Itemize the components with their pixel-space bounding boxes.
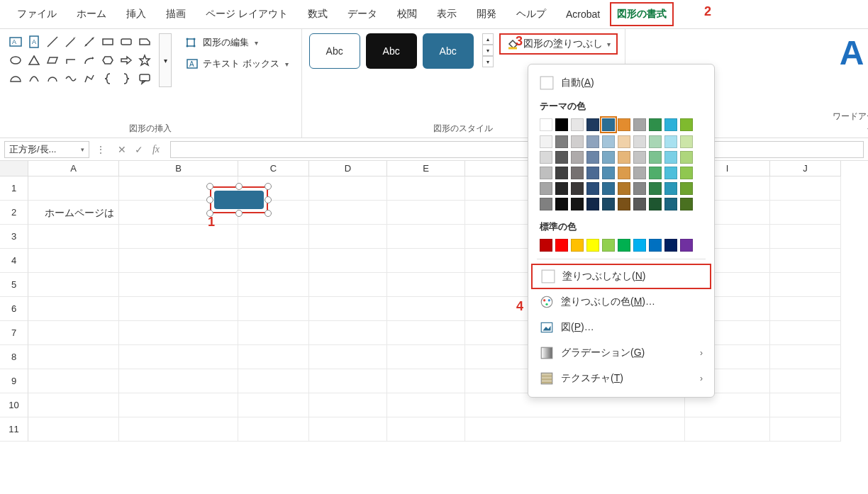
cell-A7[interactable]	[28, 321, 119, 345]
shape-snip-rect-icon[interactable]	[136, 33, 153, 50]
theme-tint-swatch[interactable]	[555, 198, 568, 210]
cell-D1[interactable]	[309, 176, 387, 201]
style-gallery-up[interactable]: ▴	[482, 33, 494, 45]
cell-J6[interactable]	[770, 297, 841, 321]
theme-tint-swatch[interactable]	[602, 198, 615, 210]
row-header-6[interactable]: 6	[0, 297, 28, 321]
theme-tint-swatch[interactable]	[540, 151, 552, 164]
fill-auto[interactable]: 自動(A)自動(A)	[528, 70, 714, 96]
theme-tint-swatch[interactable]	[540, 167, 552, 179]
cell-D7[interactable]	[309, 321, 387, 345]
menu-acrobat[interactable]: Acrobat	[556, 3, 610, 26]
theme-color-swatch[interactable]	[602, 118, 615, 131]
cell-A2[interactable]: ホームページは	[28, 201, 119, 225]
cell-E6[interactable]	[387, 297, 465, 321]
menu-home[interactable]: ホーム	[67, 2, 116, 26]
cell-B9[interactable]	[119, 369, 238, 393]
cell-J8[interactable]	[770, 345, 841, 369]
fill-more-colors[interactable]: 塗りつぶしの色(M)…	[528, 289, 714, 315]
menu-page-layout[interactable]: ページ レイアウト	[196, 2, 298, 26]
shape-arrow-line-icon[interactable]	[62, 33, 79, 50]
theme-tint-swatch[interactable]	[618, 198, 630, 210]
cell-E11[interactable]	[387, 417, 465, 442]
fill-gradient[interactable]: グラデーション(G) ›	[528, 340, 714, 366]
standard-color-swatch[interactable]	[680, 239, 693, 252]
cell-C7[interactable]	[238, 321, 309, 345]
cell-D5[interactable]	[309, 273, 387, 297]
theme-tint-swatch[interactable]	[602, 182, 615, 195]
cell-B3[interactable]	[119, 225, 238, 249]
theme-tint-swatch[interactable]	[540, 198, 552, 210]
selected-shape[interactable]	[210, 186, 268, 213]
theme-tint-swatch[interactable]	[571, 182, 584, 195]
shape-elbow-connector-icon[interactable]	[62, 52, 79, 69]
sort-icon[interactable]: ⋮	[94, 142, 108, 157]
cell-E4[interactable]	[387, 249, 465, 273]
theme-tint-swatch[interactable]	[618, 151, 630, 164]
theme-tint-swatch[interactable]	[680, 151, 693, 164]
style-gallery-expand[interactable]: ▾	[482, 56, 494, 67]
shape-curved-connector-icon[interactable]	[81, 52, 98, 69]
theme-tint-swatch[interactable]	[586, 198, 599, 210]
theme-tint-swatch[interactable]	[664, 135, 677, 148]
theme-color-swatch[interactable]	[571, 118, 584, 131]
cell-D2[interactable]	[309, 201, 387, 225]
theme-tint-swatch[interactable]	[664, 182, 677, 195]
cell-C6[interactable]	[238, 297, 309, 321]
menu-formulas[interactable]: 数式	[298, 2, 338, 26]
select-all-corner[interactable]	[0, 161, 28, 176]
theme-tint-swatch[interactable]	[618, 135, 630, 148]
theme-tint-swatch[interactable]	[586, 151, 599, 164]
theme-tint-swatch[interactable]	[618, 182, 630, 195]
col-header-B[interactable]: B	[119, 161, 238, 176]
theme-tint-swatch[interactable]	[649, 135, 662, 148]
row-header-7[interactable]: 7	[0, 321, 28, 345]
theme-tint-swatch[interactable]	[602, 151, 615, 164]
cell-B6[interactable]	[119, 297, 238, 321]
theme-tint-swatch[interactable]	[664, 198, 677, 210]
shape-text-box-icon[interactable]: A	[7, 33, 24, 50]
cell-D8[interactable]	[309, 345, 387, 369]
shape-chord-icon[interactable]	[26, 70, 43, 87]
style-preset-2[interactable]: Abc	[366, 33, 417, 69]
theme-tint-swatch[interactable]	[540, 182, 552, 195]
cell-A1[interactable]	[28, 176, 119, 201]
theme-tint-swatch[interactable]	[633, 135, 646, 148]
theme-tint-swatch[interactable]	[586, 167, 599, 179]
row-header-5[interactable]: 5	[0, 273, 28, 297]
standard-color-swatch[interactable]	[633, 239, 646, 252]
cell-J2[interactable]	[770, 201, 841, 225]
theme-tint-swatch[interactable]	[602, 135, 615, 148]
theme-tint-swatch[interactable]	[680, 135, 693, 148]
menu-shape-format[interactable]: 図形の書式	[610, 2, 674, 26]
standard-color-swatch[interactable]	[586, 239, 599, 252]
formula-bar[interactable]	[170, 141, 864, 158]
row-header-2[interactable]: 2	[0, 201, 28, 225]
cell-A4[interactable]	[28, 249, 119, 273]
theme-tint-swatch[interactable]	[571, 167, 584, 179]
cell-E9[interactable]	[387, 369, 465, 393]
shape-right-arrow-icon[interactable]	[118, 52, 135, 69]
shape-triangle-icon[interactable]	[26, 52, 43, 69]
cell-E8[interactable]	[387, 345, 465, 369]
standard-color-swatch[interactable]	[664, 239, 677, 252]
theme-tint-swatch[interactable]	[586, 135, 599, 148]
theme-tint-swatch[interactable]	[649, 182, 662, 195]
wordart-preset-blue[interactable]: A	[840, 33, 864, 72]
theme-color-swatch[interactable]	[540, 118, 552, 131]
row-header-10[interactable]: 10	[0, 393, 28, 417]
cell-J1[interactable]	[770, 176, 841, 201]
shape-halfcircle-icon[interactable]	[7, 70, 24, 87]
cell-B5[interactable]	[119, 273, 238, 297]
theme-tint-swatch[interactable]	[680, 198, 693, 210]
theme-color-swatch[interactable]	[586, 118, 599, 131]
theme-tint-swatch[interactable]	[633, 151, 646, 164]
menu-review[interactable]: 校閲	[387, 2, 427, 26]
cell-C10[interactable]	[238, 393, 309, 417]
shape-double-arrow-icon[interactable]	[81, 33, 98, 50]
resize-handle-tr[interactable]	[265, 183, 272, 190]
theme-tint-swatch[interactable]	[680, 167, 693, 179]
row-header-1[interactable]: 1	[0, 176, 28, 201]
shape-rounded-rect-icon[interactable]	[118, 33, 135, 50]
theme-tint-swatch[interactable]	[633, 167, 646, 179]
